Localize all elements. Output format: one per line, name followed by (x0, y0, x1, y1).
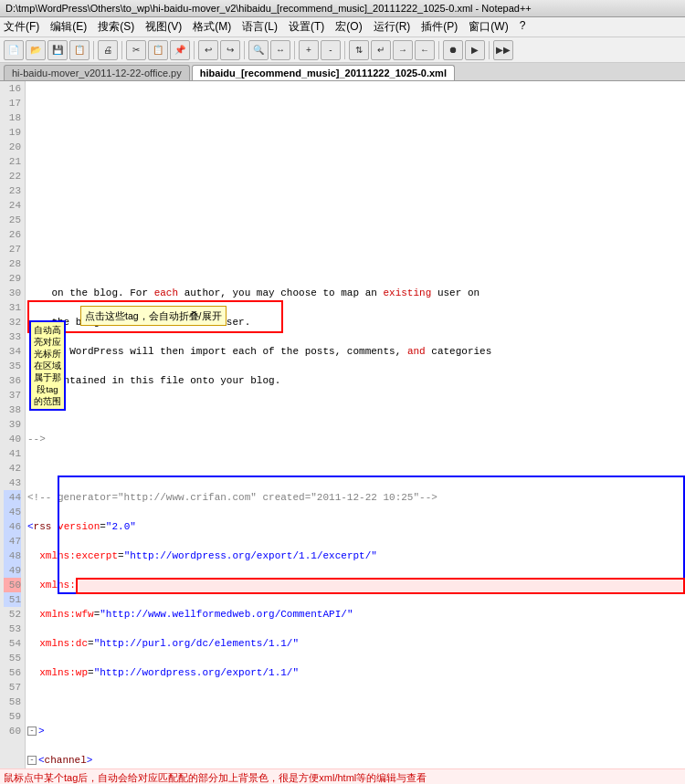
line-29: xmlns:wp="http://wordpress.org/export/1.… (27, 665, 683, 680)
line-23: <!-- generator="http://www.crifan.com" c… (27, 490, 683, 505)
menu-window[interactable]: 窗口(W) (469, 19, 508, 35)
line-22 (27, 461, 683, 476)
line-30 (27, 695, 683, 709)
zoom-in-button[interactable]: + (299, 40, 319, 60)
toolbar-sep-4 (244, 41, 245, 59)
editor-area: 自动高亮对应光标所在区域属于那段tag的范围 16 17 18 19 20 21… (0, 81, 685, 768)
undo-button[interactable]: ↩ (198, 40, 218, 60)
line-16: on the blog. For each author, you may ch… (27, 286, 683, 300)
toolbar-sep-2 (121, 41, 122, 59)
title-text: D:\tmp\WordPress\Others\to_wp\hi-baidu-m… (5, 3, 532, 14)
toolbar-sep-5 (294, 41, 295, 59)
tab-py[interactable]: hi-baidu-mover_v2011-12-22-office.py (4, 65, 190, 80)
toolbar-sep-8 (489, 41, 490, 59)
tabs-bar: hi-baidu-mover_v2011-12-22-office.py hib… (0, 63, 685, 81)
title-bar: D:\tmp\WordPress\Others\to_wp\hi-baidu-m… (0, 0, 685, 17)
line-21: --> (27, 432, 683, 446)
menu-view[interactable]: 视图(V) (145, 19, 182, 35)
menu-search[interactable]: 搜索(S) (98, 19, 134, 35)
indent-button[interactable]: → (393, 40, 413, 60)
macro-record-button[interactable]: ⏺ (443, 40, 463, 60)
code-content[interactable]: 点击这些tag，会自动折叠/展开 on the blog. For each a… (26, 81, 685, 768)
menu-file[interactable]: 文件(F) (4, 19, 39, 35)
open-button[interactable]: 📂 (26, 40, 46, 60)
line-32: -<channel> (27, 753, 683, 768)
menu-format[interactable]: 格式(M) (193, 19, 231, 35)
zoom-out-button[interactable]: - (321, 40, 341, 60)
toolbar-sep-1 (93, 41, 94, 59)
menu-plugins[interactable]: 插件(P) (421, 19, 458, 35)
left-annotation: 自动高亮对应光标所在区域属于那段tag的范围 (29, 320, 66, 411)
menu-language[interactable]: 语言(L) (242, 19, 278, 35)
fold-callout: 点击这些tag，会自动折叠/展开 (80, 306, 227, 326)
toolbar-sep-7 (438, 41, 439, 59)
outdent-button[interactable]: ← (415, 40, 435, 60)
sync-scroll-button[interactable]: ⇅ (349, 40, 369, 60)
menu-settings[interactable]: 设置(T) (289, 19, 324, 35)
line-27: xmlns:wfw="http://www.wellformedweb.org/… (27, 607, 683, 622)
print-button[interactable]: 🖨 (98, 40, 118, 60)
copy-button[interactable]: 📋 (148, 40, 168, 60)
cut-button[interactable]: ✂ (126, 40, 146, 60)
line-31: -> (27, 724, 683, 738)
fold-icon-channel[interactable]: - (27, 756, 37, 765)
macro-play-button[interactable]: ▶ (465, 40, 485, 60)
line-26: xmlns:content="http://purl.org/rss/1.0/m… (27, 578, 683, 592)
redo-button[interactable]: ↪ (220, 40, 240, 60)
save-all-button[interactable]: 📋 (69, 40, 90, 60)
menu-bar: 文件(F) 编辑(E) 搜索(S) 视图(V) 格式(M) 语言(L) 设置(T… (0, 17, 685, 37)
menu-help[interactable]: ? (520, 19, 526, 35)
wrap-button[interactable]: ↵ (371, 40, 391, 60)
menu-run[interactable]: 运行(R) (374, 19, 411, 35)
toolbar-sep-3 (194, 41, 195, 59)
menu-macro[interactable]: 宏(O) (335, 19, 362, 35)
find-button[interactable]: 🔍 (248, 40, 269, 60)
line-19: contained in this file onto your blog. (27, 373, 683, 388)
save-button[interactable]: 💾 (47, 40, 68, 60)
replace-button[interactable]: ↔ (270, 40, 290, 60)
toolbar-sep-6 (344, 41, 345, 59)
toolbar: 📄 📂 💾 📋 🖨 ✂ 📋 📌 ↩ ↪ 🔍 ↔ + - ⇅ ↵ → ← ⏺ ▶ … (0, 37, 685, 63)
run-button[interactable]: ▶▶ (493, 40, 513, 60)
line-25: xmlns:excerpt="http://wordpress.org/expo… (27, 549, 683, 563)
paste-button[interactable]: 📌 (170, 40, 190, 60)
editor-wrapper: 自动高亮对应光标所在区域属于那段tag的范围 16 17 18 19 20 21… (0, 81, 685, 784)
line-numbers: 16 17 18 19 20 21 22 23 24 25 26 27 28 2… (0, 81, 26, 768)
line-28: xmlns:dc="http://purl.org/dc/elements/1.… (27, 636, 683, 651)
app-window: D:\tmp\WordPress\Others\to_wp\hi-baidu-m… (0, 0, 685, 784)
line-18: 6. WordPress will then import each of th… (27, 344, 683, 359)
line-24: <rss version="2.0" (27, 519, 683, 534)
fold-icon-minus[interactable]: - (27, 727, 37, 736)
new-button[interactable]: 📄 (4, 40, 24, 60)
bottom-note: 鼠标点中某个tag后，自动会给对应匹配配的部分加上背景色，很是方便xml/htm… (0, 768, 685, 784)
tab-xml[interactable]: hibaidu_[recommend_music]_20111222_1025-… (192, 65, 455, 80)
line-20 (27, 402, 683, 417)
menu-edit[interactable]: 编辑(E) (50, 19, 87, 35)
